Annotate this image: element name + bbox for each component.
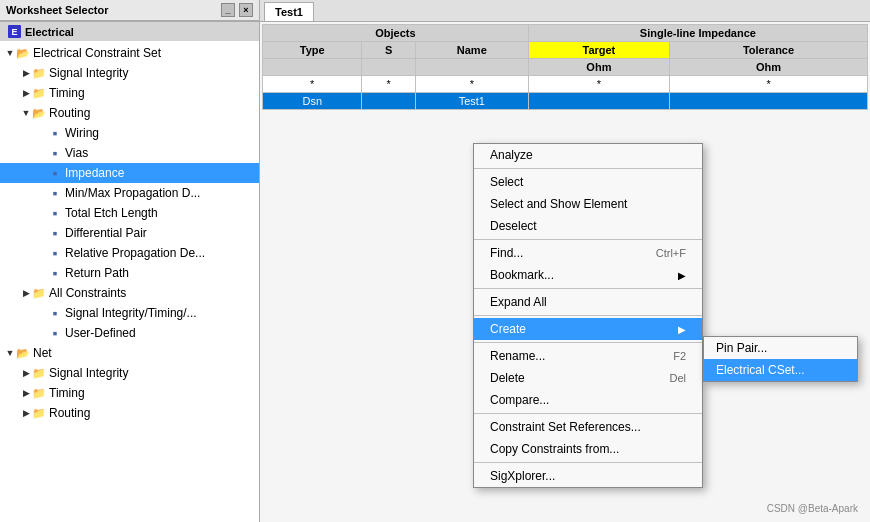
ctx-submenu-arrow-create: ▶	[678, 324, 686, 335]
table-row[interactable]: *****	[263, 76, 868, 93]
tree-label-vias: Vias	[65, 146, 88, 160]
tree-arrow-timing-2[interactable]	[20, 387, 32, 399]
minimize-btn[interactable]: _	[221, 3, 235, 17]
close-btn[interactable]: ×	[239, 3, 253, 17]
tree-arrow-impedance[interactable]	[36, 167, 48, 179]
tree-arrow-vias[interactable]	[36, 147, 48, 159]
cell-tolerance	[670, 93, 868, 110]
s-header: S	[362, 42, 415, 59]
tree-arrow-electrical-constraint-set[interactable]	[4, 47, 16, 59]
tree-label-return-path: Return Path	[65, 266, 129, 280]
cell-s: *	[362, 76, 415, 93]
ctx-label-expand-all: Expand All	[490, 295, 547, 309]
ctx-item-deselect[interactable]: Deselect	[474, 215, 702, 237]
ctx-item-compare[interactable]: Compare...	[474, 389, 702, 411]
tree-item-net[interactable]: 📂Net	[0, 343, 259, 363]
tree-arrow-user-defined[interactable]	[36, 327, 48, 339]
context-menu-separator	[474, 342, 702, 343]
panel-tab[interactable]: E Electrical	[0, 21, 259, 41]
ctx-label-create: Create	[490, 322, 526, 336]
cell-tolerance: *	[670, 76, 868, 93]
tree-item-routing-1[interactable]: 📂Routing	[0, 103, 259, 123]
context-menu: AnalyzeSelectSelect and Show ElementDese…	[473, 143, 703, 488]
submenu: Pin Pair...Electrical CSet...	[703, 336, 858, 382]
ctx-label-select: Select	[490, 175, 523, 189]
ctx-label-constraint-set-refs: Constraint Set References...	[490, 420, 641, 434]
tree-item-signal-integrity-timing[interactable]: ▪Signal Integrity/Timing/...	[0, 303, 259, 323]
ctx-item-analyze[interactable]: Analyze	[474, 144, 702, 166]
context-menu-separator	[474, 239, 702, 240]
tab-test1[interactable]: Test1	[264, 2, 314, 21]
tree-item-vias[interactable]: ▪Vias	[0, 143, 259, 163]
tree-item-relative-propagation[interactable]: ▪Relative Propagation De...	[0, 243, 259, 263]
ctx-item-rename[interactable]: Rename...F2	[474, 345, 702, 367]
context-menu-separator	[474, 462, 702, 463]
tree-arrow-all-constraints[interactable]	[20, 287, 32, 299]
left-panel: Worksheet Selector _ × E Electrical 📂Ele…	[0, 0, 260, 522]
tree-label-routing-2: Routing	[49, 406, 90, 420]
folder-closed-icon: 📁	[32, 406, 46, 420]
tree-arrow-net[interactable]	[4, 347, 16, 359]
folder-closed-icon: 📁	[32, 86, 46, 100]
folder-open-icon: 📂	[16, 46, 30, 60]
tree-item-total-etch-length[interactable]: ▪Total Etch Length	[0, 203, 259, 223]
ctx-item-find[interactable]: Find...Ctrl+F	[474, 242, 702, 264]
tree-item-electrical-constraint-set[interactable]: 📂Electrical Constraint Set	[0, 43, 259, 63]
ctx-item-select[interactable]: Select	[474, 171, 702, 193]
ctx-item-delete[interactable]: DeleteDel	[474, 367, 702, 389]
ctx-item-copy-constraints[interactable]: Copy Constraints from...	[474, 438, 702, 460]
tree-item-timing-1[interactable]: 📁Timing	[0, 83, 259, 103]
tree-item-return-path[interactable]: ▪Return Path	[0, 263, 259, 283]
tree-item-all-constraints[interactable]: 📁All Constraints	[0, 283, 259, 303]
item-icon: ▪	[48, 246, 62, 260]
context-menu-separator	[474, 168, 702, 169]
type-header: Type	[263, 42, 362, 59]
tree-arrow-minmax-propagation[interactable]	[36, 187, 48, 199]
table-row[interactable]: DsnTest1	[263, 93, 868, 110]
ctx-item-select-show[interactable]: Select and Show Element	[474, 193, 702, 215]
tree-item-differential-pair[interactable]: ▪Differential Pair	[0, 223, 259, 243]
tree-arrow-routing-1[interactable]	[20, 107, 32, 119]
tree-item-signal-integrity-2[interactable]: 📁Signal Integrity	[0, 363, 259, 383]
ctx-label-sigxplorer: SigXplorer...	[490, 469, 555, 483]
tree-item-timing-2[interactable]: 📁Timing	[0, 383, 259, 403]
ctx-label-deselect: Deselect	[490, 219, 537, 233]
ctx-item-bookmark[interactable]: Bookmark...▶	[474, 264, 702, 286]
tree-arrow-signal-integrity-2[interactable]	[20, 367, 32, 379]
tree-item-impedance[interactable]: ▪Impedance	[0, 163, 259, 183]
submenu-item-electrical-cset[interactable]: Electrical CSet...	[704, 359, 857, 381]
ohm1-header	[263, 59, 362, 76]
tree-arrow-routing-2[interactable]	[20, 407, 32, 419]
panel-title: Worksheet Selector	[6, 4, 109, 16]
tree-label-relative-propagation: Relative Propagation De...	[65, 246, 205, 260]
ohm3-header	[415, 59, 528, 76]
tree-item-minmax-propagation[interactable]: ▪Min/Max Propagation D...	[0, 183, 259, 203]
tree-label-impedance: Impedance	[65, 166, 124, 180]
tree-arrow-return-path[interactable]	[36, 267, 48, 279]
electrical-icon: E	[8, 25, 21, 38]
tree-arrow-differential-pair[interactable]	[36, 227, 48, 239]
tree-arrow-relative-propagation[interactable]	[36, 247, 48, 259]
ctx-item-constraint-set-refs[interactable]: Constraint Set References...	[474, 416, 702, 438]
submenu-label-pin-pair: Pin Pair...	[716, 341, 767, 355]
cell-s	[362, 93, 415, 110]
folder-closed-icon: 📁	[32, 286, 46, 300]
ctx-label-analyze: Analyze	[490, 148, 533, 162]
tree-item-signal-integrity-1[interactable]: 📁Signal Integrity	[0, 63, 259, 83]
tree-arrow-signal-integrity-timing[interactable]	[36, 307, 48, 319]
tree-arrow-wiring[interactable]	[36, 127, 48, 139]
tree-item-wiring[interactable]: ▪Wiring	[0, 123, 259, 143]
submenu-item-pin-pair[interactable]: Pin Pair...	[704, 337, 857, 359]
ctx-item-create[interactable]: Create▶	[474, 318, 702, 340]
tree-item-routing-2[interactable]: 📁Routing	[0, 403, 259, 423]
tree-arrow-timing-1[interactable]	[20, 87, 32, 99]
panel-title-bar: Worksheet Selector _ ×	[0, 0, 259, 21]
objects-header: Objects	[263, 25, 529, 42]
tree-item-user-defined[interactable]: ▪User-Defined	[0, 323, 259, 343]
tree-label-signal-integrity-1: Signal Integrity	[49, 66, 128, 80]
ctx-label-bookmark: Bookmark...	[490, 268, 554, 282]
tree-arrow-signal-integrity-1[interactable]	[20, 67, 32, 79]
ctx-item-expand-all[interactable]: Expand All	[474, 291, 702, 313]
tree-arrow-total-etch-length[interactable]	[36, 207, 48, 219]
ctx-item-sigxplorer[interactable]: SigXplorer...	[474, 465, 702, 487]
